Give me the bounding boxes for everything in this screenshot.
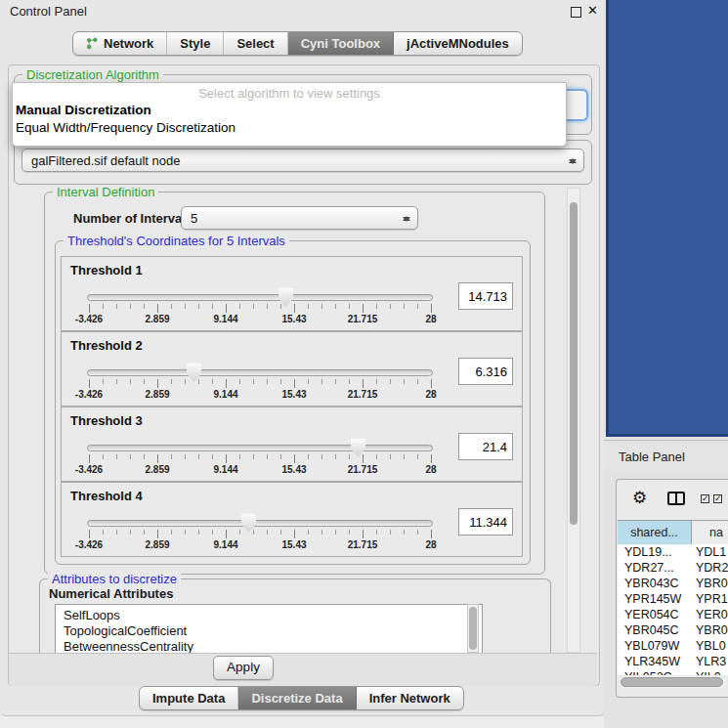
table-row[interactable]: YBR045CYBR0 (618, 623, 728, 639)
panel-vertical-scrollbar[interactable] (567, 188, 580, 653)
cell: YDR2 (696, 561, 728, 575)
attributes-group-title: Attributes to discretize (48, 572, 181, 586)
cell: YBR0 (696, 623, 728, 637)
slider-scale: -3.426 2.859 9.144 15.43 21.715 28 (87, 389, 435, 402)
threshold-1-label: Threshold 1 (70, 263, 143, 278)
tab-network-label: Network (104, 36, 153, 51)
threshold-1-panel: Threshold 1 -3.426 2.859 9.144 15.43 21.… (61, 256, 523, 331)
attributes-list-scrollbar[interactable] (467, 604, 479, 653)
slider-track[interactable] (87, 369, 433, 376)
threshold-3-label: Threshold 3 (70, 413, 143, 428)
checkbox-icon[interactable]: ✓ (701, 494, 709, 503)
control-panel-title: Control Panel (10, 4, 87, 19)
numerical-attributes-label: Numerical Attributes (49, 586, 173, 601)
table-panel-title: Table Panel (619, 450, 685, 464)
scale-tick-label: 2.859 (145, 464, 169, 475)
scale-tick-label: -3.426 (75, 314, 103, 324)
column-header-name[interactable]: na (692, 521, 728, 545)
gear-icon[interactable]: ⚙ (632, 490, 647, 506)
slider-scale: -3.426 2.859 9.144 15.43 21.715 28 (87, 314, 435, 326)
scrollbar-thumb[interactable] (621, 677, 723, 687)
table-row[interactable]: YIL052CYIL0 (618, 670, 728, 675)
scale-tick-label: 28 (425, 539, 436, 550)
scale-tick-label: 21.715 (348, 464, 378, 475)
table-horizontal-scrollbar[interactable] (620, 676, 726, 688)
table-row[interactable]: YER054CYER0 (618, 608, 728, 623)
cell: YDL19... (624, 545, 689, 559)
threshold-2-panel: Threshold 2 -3.426 2.859 9.144 15.43 21.… (61, 331, 523, 407)
column-header-shared-name[interactable]: shared... (618, 521, 692, 545)
tab-select[interactable]: Select (224, 32, 287, 55)
scale-tick-label: 9.144 (213, 539, 237, 550)
scale-tick-label: 2.859 (145, 389, 169, 400)
tab-style[interactable]: Style (167, 32, 224, 55)
scale-tick-label: 21.715 (348, 389, 378, 400)
table-row[interactable]: YDR27...YDR2 (618, 561, 728, 577)
network-view-frame: GAL80 GA C GAL11 GAL4 GCY1 H HAP2 (606, 0, 728, 437)
tab-cyni-toolbox[interactable]: Cyni Toolbox (288, 32, 394, 55)
slider-major-ticks (89, 304, 433, 313)
scale-tick-label: 15.43 (281, 389, 306, 400)
table-row[interactable]: YLR345WYLR3 (618, 655, 728, 670)
cell: YER054C (624, 608, 689, 621)
slider-track[interactable] (87, 294, 433, 301)
threshold-4-slider[interactable]: -3.426 2.859 9.144 15.43 21.715 28 (87, 510, 435, 555)
float-window-icon[interactable] (571, 7, 581, 18)
cell: YDL1 (696, 545, 728, 559)
scale-tick-label: 2.859 (145, 314, 169, 324)
threshold-2-slider[interactable]: -3.426 2.859 9.144 15.43 21.715 28 (87, 360, 435, 405)
cell: YBR045C (624, 623, 689, 637)
slider-major-ticks (89, 454, 433, 463)
list-item[interactable]: TopologicalCoefficient (64, 623, 187, 638)
close-icon[interactable]: ✕ (587, 3, 598, 18)
table-row[interactable]: YBL079WYBL0 (618, 639, 728, 655)
slider-scale: -3.426 2.859 9.144 15.43 21.715 28 (87, 539, 435, 552)
apply-button[interactable]: Apply (213, 656, 274, 680)
threshold-3-value-field[interactable]: 21.4 (458, 433, 513, 460)
list-item[interactable]: SelfLoops (64, 608, 120, 622)
table-row[interactable]: YPR145WYPR1 (618, 592, 728, 608)
tab-infer-network[interactable]: Infer Network (357, 687, 463, 709)
threshold-2-value-field[interactable]: 6.316 (458, 358, 513, 385)
tab-discretize-data[interactable]: Discretize Data (238, 687, 356, 709)
scale-tick-label: 28 (425, 464, 436, 475)
checkbox-icon[interactable]: ✓ (713, 494, 722, 503)
threshold-3-slider[interactable]: -3.426 2.859 9.144 15.43 21.715 28 (87, 435, 435, 480)
scale-tick-label: -3.426 (75, 389, 103, 400)
tab-cyni-toolbox-label: Cyni Toolbox (301, 36, 380, 51)
table-row[interactable]: YDL19...YDL1 (618, 545, 728, 561)
cell: YBL0 (696, 639, 728, 653)
scale-tick-label: 9.144 (213, 389, 237, 400)
algorithm-option-manual[interactable]: Manual Discretization (16, 103, 563, 117)
scale-tick-label: 9.144 (213, 314, 237, 324)
thresholds-group-title: Threshold's Coordinates for 5 Intervals (64, 234, 289, 248)
scrollbar-thumb[interactable] (469, 607, 477, 650)
table-data-combobox[interactable]: galFiltered.sif default node (21, 149, 584, 172)
tab-network[interactable]: Network (73, 32, 167, 55)
cell: YLR3 (696, 655, 728, 668)
control-panel-tabs: Network Style Select Cyni Toolbox jActiv… (72, 31, 523, 56)
threshold-4-label: Threshold 4 (70, 489, 143, 503)
scale-tick-label: 21.715 (348, 314, 378, 324)
cell: YBR043C (624, 577, 689, 590)
scrollbar-thumb[interactable] (570, 202, 578, 525)
list-item[interactable]: BetweennessCentrality (64, 639, 193, 654)
table-panel: ⚙ ✓ ✓ shared... na YDL19...YDL1 YDR27...… (616, 479, 728, 698)
algorithm-option-equal-width[interactable]: Equal Width/Frequency Discretization (16, 120, 563, 135)
numerical-attributes-list[interactable]: SelfLoops TopologicalCoefficient Between… (55, 604, 483, 655)
table-columns-icon[interactable] (667, 492, 685, 505)
tab-jactivemnodules[interactable]: jActiveMNodules (394, 32, 522, 55)
table-body: YDL19...YDL1 YDR27...YDR2 YBR043CYBR0 YP… (618, 544, 728, 675)
threshold-4-value-field[interactable]: 11.344 (458, 508, 513, 535)
threshold-1-value-field[interactable]: 14.713 (458, 282, 513, 310)
table-row[interactable]: YBR043CYBR0 (618, 577, 728, 592)
threshold-1-slider[interactable]: -3.426 2.859 9.144 15.43 21.715 28 (87, 284, 435, 329)
tab-impute-data-label: Impute Data (152, 691, 225, 706)
number-of-intervals-combobox[interactable]: 5 (181, 206, 418, 230)
threshold-4-panel: Threshold 4 -3.426 2.859 9.144 15.43 21.… (61, 482, 523, 557)
algorithm-prompt-item[interactable]: Select algorithm to view settings (13, 86, 566, 101)
slider-track[interactable] (87, 445, 433, 451)
tab-impute-data[interactable]: Impute Data (140, 687, 238, 709)
discretization-algorithm-title: Discretization Algorithm (22, 67, 163, 82)
slider-track[interactable] (87, 520, 433, 527)
